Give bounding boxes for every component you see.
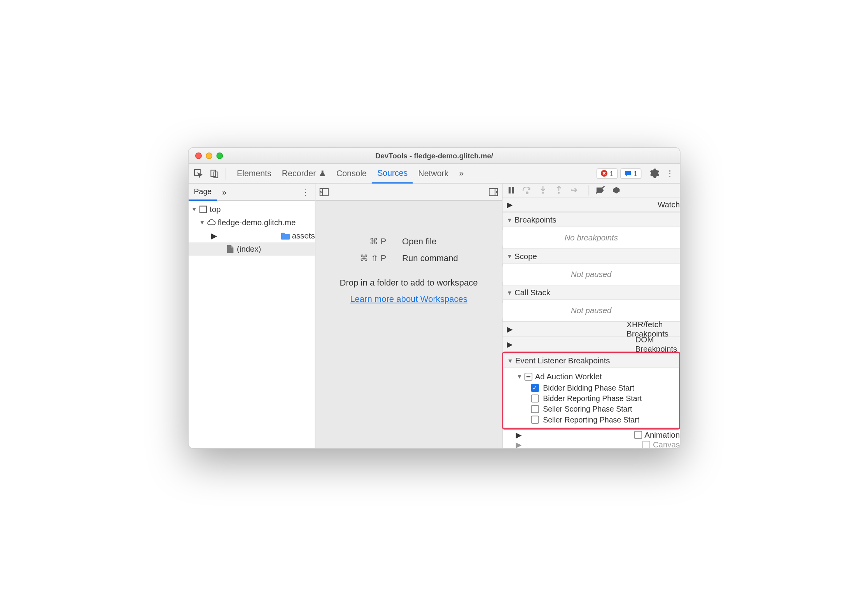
chevron-right-icon	[516, 430, 631, 440]
tree-folder-assets[interactable]: assets	[188, 229, 315, 242]
chevron-right-icon	[506, 324, 624, 334]
checkbox-unchecked[interactable]	[642, 441, 650, 448]
xhr-breakpoints-section[interactable]: XHR/fetch Breakpoints	[502, 322, 680, 336]
svg-rect-1	[211, 170, 215, 176]
message-icon	[624, 170, 632, 177]
tab-recorder[interactable]: Recorder	[276, 163, 331, 183]
scope-section[interactable]: Scope	[502, 249, 680, 263]
svg-point-14	[558, 192, 559, 193]
chevron-down-icon	[191, 206, 196, 213]
step-icon[interactable]	[570, 187, 579, 193]
file-tree: top fledge-demo.glitch.me assets (index)	[188, 201, 315, 256]
page-tab[interactable]: Page	[188, 184, 217, 201]
svg-rect-11	[512, 187, 514, 193]
elb-item-seller-scoring[interactable]: Seller Scoring Phase Start	[503, 404, 679, 414]
devtools-window: DevTools - fledge-demo.glitch.me/ Elemen…	[188, 147, 681, 449]
navigator-more-icon[interactable]: ⋮	[301, 187, 315, 196]
elb-item-bidder-reporting[interactable]: Bidder Reporting Phase Start	[503, 393, 679, 404]
chevron-right-icon	[211, 231, 279, 240]
file-icon	[226, 245, 235, 253]
chevron-down-icon	[506, 289, 512, 296]
flask-icon	[318, 170, 326, 177]
main-toolbar: Elements Recorder Console Sources Networ…	[188, 164, 679, 184]
elb-item-seller-reporting[interactable]: Seller Reporting Phase Start	[503, 414, 679, 425]
checkbox-indeterminate[interactable]	[524, 373, 532, 380]
tab-network[interactable]: Network	[413, 163, 453, 183]
navigator-overflow[interactable]: »	[217, 183, 231, 200]
breakpoints-empty: No breakpoints	[502, 230, 680, 246]
tab-console[interactable]: Console	[331, 163, 372, 183]
messages-badge[interactable]: 1	[620, 168, 641, 179]
folder-icon	[281, 232, 290, 240]
checkbox-checked[interactable]: ✓	[531, 384, 539, 392]
titlebar: DevTools - fledge-demo.glitch.me/	[188, 148, 679, 164]
breakpoints-section[interactable]: Breakpoints	[502, 213, 680, 227]
workspace-drop-hint: Drop in a folder to add to workspace	[340, 277, 478, 287]
checkbox-unchecked[interactable]	[531, 416, 539, 424]
cloud-icon	[206, 219, 215, 226]
more-icon[interactable]: ⋮	[664, 168, 676, 179]
highlight-annotation: Event Listener Breakpoints Ad Auction Wo…	[502, 352, 680, 430]
chevron-down-icon	[506, 216, 512, 223]
tree-domain[interactable]: fledge-demo.glitch.me	[188, 216, 315, 229]
checkbox-unchecked[interactable]	[531, 405, 539, 413]
svg-point-15	[570, 189, 572, 191]
step-out-icon[interactable]	[554, 186, 564, 194]
tree-top[interactable]: top	[188, 203, 315, 216]
elb-group-ad-auction[interactable]: Ad Auction Worklet	[503, 371, 679, 383]
editor-panel: ⌘ P Open file ⌘ ⇧ P Run command Drop in …	[315, 184, 502, 448]
svg-rect-5	[200, 206, 206, 213]
svg-rect-10	[508, 187, 510, 193]
scope-empty: Not paused	[502, 266, 680, 282]
elb-group-canvas[interactable]: Canvas	[502, 441, 680, 448]
watch-section[interactable]: Watch	[502, 198, 680, 212]
frame-icon	[198, 205, 208, 213]
error-icon	[600, 170, 607, 177]
tree-file-index[interactable]: (index)	[188, 242, 315, 256]
chevron-right-icon	[506, 200, 655, 209]
settings-icon[interactable]	[648, 168, 660, 179]
inspect-icon[interactable]	[192, 169, 205, 178]
chevron-down-icon	[507, 357, 513, 364]
pause-exceptions-icon[interactable]	[611, 186, 621, 194]
svg-rect-4	[625, 171, 631, 175]
chevron-right-icon	[506, 340, 632, 349]
run-command-hint: ⌘ ⇧ P Run command	[336, 253, 481, 263]
chevron-right-icon	[516, 441, 639, 448]
dom-breakpoints-section[interactable]: DOM Breakpoints	[502, 337, 680, 351]
open-file-hint: ⌘ P Open file	[336, 237, 481, 247]
chevron-down-icon	[506, 253, 512, 259]
toggle-navigator-icon[interactable]	[319, 188, 329, 196]
chevron-down-icon	[516, 373, 522, 380]
main-area: Page » ⋮ top fledge-demo.glitch.me	[188, 184, 679, 448]
tab-elements[interactable]: Elements	[231, 163, 276, 183]
event-listener-breakpoints-section[interactable]: Event Listener Breakpoints	[503, 354, 679, 368]
tabs-overflow[interactable]: »	[453, 163, 469, 183]
navigator-panel: Page » ⋮ top fledge-demo.glitch.me	[188, 184, 315, 448]
errors-badge[interactable]: 1	[596, 168, 618, 179]
chevron-down-icon	[199, 219, 205, 226]
elb-item-bidder-bidding[interactable]: ✓Bidder Bidding Phase Start	[503, 383, 679, 393]
tab-sources[interactable]: Sources	[372, 164, 413, 184]
callstack-empty: Not paused	[502, 303, 680, 319]
svg-point-13	[542, 192, 543, 193]
checkbox-unchecked[interactable]	[531, 394, 539, 402]
window-title: DevTools - fledge-demo.glitch.me/	[188, 151, 679, 159]
toggle-debugger-icon[interactable]	[488, 188, 498, 196]
device-toggle-icon[interactable]	[208, 169, 220, 178]
elb-group-animation[interactable]: Animation	[502, 429, 680, 441]
checkbox-unchecked[interactable]	[634, 431, 642, 439]
debugger-panel: Watch Breakpoints No breakpoints Scope N…	[502, 184, 680, 448]
step-into-icon[interactable]	[538, 186, 548, 194]
learn-workspaces-link[interactable]: Learn more about Workspaces	[350, 294, 467, 304]
svg-point-12	[526, 192, 528, 193]
pause-icon[interactable]	[506, 186, 516, 194]
deactivate-breakpoints-icon[interactable]	[596, 186, 605, 194]
callstack-section[interactable]: Call Stack	[502, 286, 680, 300]
step-over-icon[interactable]	[522, 187, 532, 194]
debugger-toolbar	[502, 184, 680, 198]
